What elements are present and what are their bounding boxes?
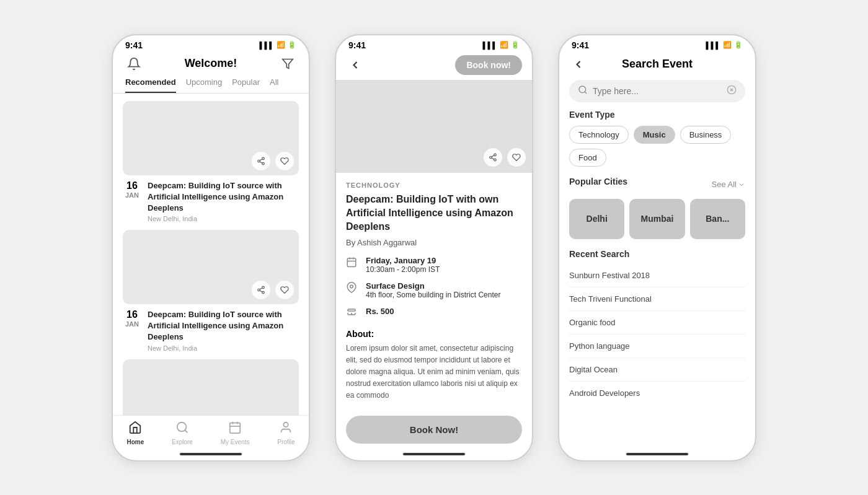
svg-line-12 [185,430,187,432]
search-input[interactable] [593,86,722,96]
recent-item-3[interactable]: Python language [569,335,745,358]
wifi-icon-1: 📶 [277,41,285,49]
event-location-1: New Delhi, India [148,215,299,222]
event-title-2: Deepcam: Building IoT source with Artifi… [148,309,299,343]
filter-button[interactable] [279,55,296,72]
back-button-3[interactable] [569,55,588,74]
tab-recommended[interactable]: Recomended [125,77,176,93]
status-time-2: 9:41 [348,40,366,50]
event-big-title: Deepcam: Building IoT with own Artificia… [346,193,522,234]
wifi-icon-2: 📶 [500,41,508,49]
recent-item-1[interactable]: Tech Triveni Functional [569,287,745,311]
chips-row: Technology Music Business Food [569,126,745,167]
svg-point-6 [262,286,265,289]
city-mumbai[interactable]: Mumbai [629,199,684,239]
phone3-content: Event Type Technology Music Business Foo… [559,110,755,450]
signal-icon-2: ▌▌▌ [483,42,497,49]
nav-profile[interactable]: Profile [277,421,294,445]
date-detail: Friday, January 19 10:30am - 2:00pm IST [366,256,440,274]
svg-rect-13 [230,423,241,433]
phone2-content: TECHNOLOGY Deepcam: Building IoT with ow… [336,173,532,450]
favorite-button-1[interactable] [275,152,294,170]
svg-point-19 [490,156,492,159]
svg-point-20 [494,159,497,161]
svg-line-5 [260,159,262,160]
city-delhi[interactable]: Delhi [569,199,624,239]
favorite-button-2[interactable] [275,281,294,299]
tab-upcoming[interactable]: Upcoming [186,77,223,93]
share-button-1[interactable] [252,152,270,170]
tab-popular[interactable]: Popular [232,77,260,93]
event-image-3 [123,359,299,415]
status-icons-2: ▌▌▌ 📶 🔋 [483,41,520,49]
tab-all[interactable]: All [270,77,278,93]
home-indicator-1 [180,453,242,455]
recent-item-2[interactable]: Organic food [569,311,745,335]
clear-icon[interactable] [727,85,737,97]
phone-1: 9:41 ▌▌▌ 📶 🔋 Welcome! [112,34,310,462]
battery-icon-3: 🔋 [734,41,743,49]
chip-food[interactable]: Food [569,149,606,167]
location-icon [346,282,360,296]
status-time-1: 9:41 [125,40,143,50]
event-price: Rs. 500 [366,307,394,316]
status-time-3: 9:41 [572,40,589,50]
recent-item-5[interactable]: Android Developers [569,382,745,405]
event-date-text: Friday, January 19 [366,256,440,265]
calendar-icon [346,256,360,271]
event-author: By Ashish Aggarwal [346,238,522,247]
back-button-2[interactable] [346,56,365,74]
event-card-3 [123,359,299,415]
page-title-1: Welcome! [185,57,237,70]
svg-point-29 [579,86,586,93]
share-button-2[interactable] [252,281,270,299]
book-now-bottom-button[interactable]: Book Now! [346,416,522,444]
phone2-topbar: Book now! [336,53,532,80]
chip-technology[interactable]: Technology [569,126,629,144]
detail-row-date: Friday, January 19 10:30am - 2:00pm IST [346,256,522,274]
event-day-1: 16 [126,180,138,191]
status-bar-3: 9:41 ▌▌▌ 📶 🔋 [559,35,755,53]
share-button-hero[interactable] [484,148,502,167]
status-icons-3: ▌▌▌ 📶 🔋 [706,41,743,49]
recent-item-0[interactable]: Sunburn Festival 2018 [569,264,745,287]
nav-myevents-label: My Events [221,439,250,445]
event-month-2: JAN [125,320,139,328]
see-all-button[interactable]: See All [712,180,745,189]
city-bangalore[interactable]: Ban... [690,199,745,239]
tabs-row: Recomended Upcoming Popular All [113,77,309,94]
favorite-button-hero[interactable] [507,148,526,167]
about-text: Lorem ipsum dolor sit amet, consectetur … [346,343,522,402]
chip-business[interactable]: Business [680,126,732,144]
signal-icon-3: ▌▌▌ [706,42,720,49]
popular-cities-label: Popular Cities [569,177,627,186]
detail-row-venue: Surface Design 4th floor, Some building … [346,281,522,299]
nav-myevents[interactable]: My Events [221,421,250,445]
chip-music[interactable]: Music [634,126,675,144]
search-bar[interactable] [569,80,745,102]
event-category: TECHNOLOGY [346,182,522,189]
event-date-1: 16 JAN [123,180,141,199]
event-type-label: Event Type [569,110,745,120]
ticket-icon [346,307,360,322]
nav-home[interactable]: Home [126,421,144,445]
bell-button[interactable] [125,55,143,72]
event-hero [336,80,532,173]
myevents-icon [228,421,242,437]
nav-explore[interactable]: Explore [172,421,193,445]
status-bar-2: 9:41 ▌▌▌ 📶 🔋 [336,35,532,53]
search-icon [578,85,588,97]
svg-marker-0 [283,59,293,68]
nav-explore-label: Explore [172,439,193,445]
profile-icon [279,421,293,437]
venue-detail: Surface Design 4th floor, Some building … [366,281,500,299]
explore-icon [175,421,189,437]
event-image-actions-1 [252,152,294,170]
venue-name: Surface Design [366,281,500,291]
home-indicator-3 [626,453,688,455]
wifi-icon-3: 📶 [723,41,732,49]
event-card-2: 16 JAN Deepcam: Building IoT source with… [123,230,299,352]
recent-item-4[interactable]: Digital Ocean [569,358,745,382]
book-now-top-button[interactable]: Book now! [455,55,522,75]
svg-line-4 [260,161,262,162]
